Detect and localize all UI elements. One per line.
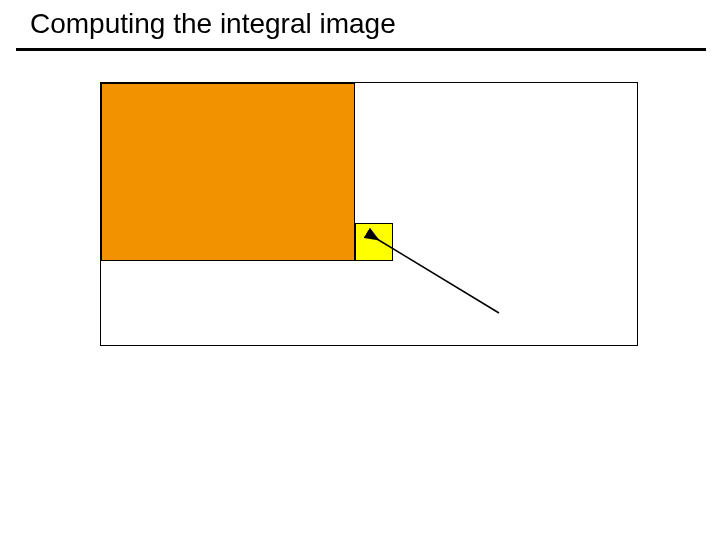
diagram-container bbox=[100, 82, 638, 346]
yellow-pixel-box bbox=[355, 223, 393, 261]
page-title: Computing the integral image bbox=[30, 8, 396, 40]
orange-region bbox=[101, 83, 355, 261]
svg-line-1 bbox=[377, 239, 499, 313]
title-underline bbox=[16, 48, 706, 51]
